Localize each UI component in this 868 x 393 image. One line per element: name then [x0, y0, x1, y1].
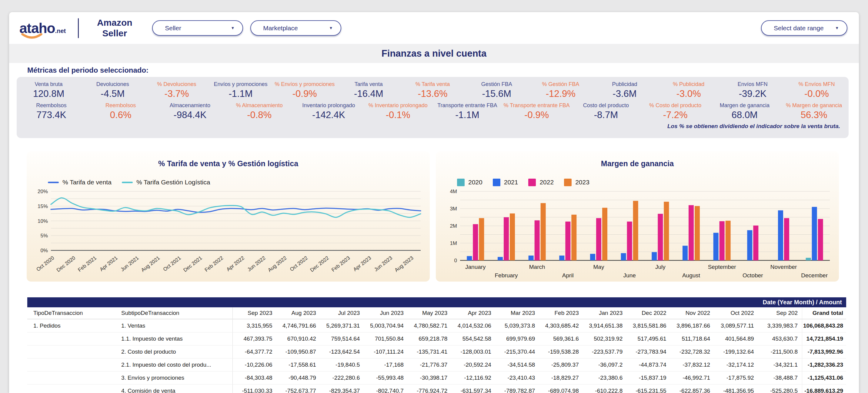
bar-2022-August[interactable] [689, 205, 694, 260]
bar-2022-June[interactable] [627, 222, 632, 260]
bar-2023-August[interactable] [695, 206, 700, 260]
metric-value: -3.7% [145, 89, 209, 99]
bar-2023-March[interactable] [541, 203, 546, 260]
cell-amount: -90,448.79 [276, 374, 320, 381]
legend-item[interactable]: 2020 [457, 178, 483, 186]
bar-2022-October[interactable] [753, 226, 758, 260]
bar-2020-December[interactable] [806, 258, 811, 260]
bar-2023-June[interactable] [633, 201, 638, 260]
line-series[interactable] [51, 198, 421, 217]
metric-value: -0.9% [273, 89, 337, 99]
svg-text:Jun 2022: Jun 2022 [246, 255, 267, 272]
legend-item[interactable]: % Tarifa Gestión Logística [122, 178, 210, 186]
bar-chart-panel: Margen de ganancia 2020202120222023 01M2… [436, 152, 839, 282]
bar-2021-July[interactable] [652, 252, 657, 260]
metric-value: -3.6M [592, 89, 656, 99]
bar-2023-January[interactable] [479, 218, 484, 260]
cell-amount: -631,597.34 [452, 388, 495, 393]
cell-grand-total: 14,721,854.19 [802, 332, 846, 345]
bar-chart-svg[interactable]: 01M2M3M4MJanuaryFebruaryMarchAprilMayJun… [440, 188, 834, 279]
cell-amount: -46,992.71 [671, 374, 714, 381]
metric-value: -0.0% [785, 89, 848, 99]
cell-amount: 554,542.58 [452, 335, 495, 342]
svg-text:Feb 2022: Feb 2022 [204, 255, 224, 273]
cell-amount: -107,111.24 [364, 349, 408, 355]
legend-item[interactable]: 2023 [564, 178, 589, 186]
metric-card: % Envíos y promociones-0.9% [273, 81, 337, 99]
bar-2021-November[interactable] [778, 210, 783, 260]
cell-amount: 3,315,955 [233, 323, 276, 329]
svg-text:Dec 2022: Dec 2022 [309, 255, 330, 273]
cell-amount: 699,979.69 [496, 335, 539, 342]
cell-amount: -610,222.8 [583, 388, 627, 393]
cell-amount: 3,914,651.38 [583, 323, 627, 329]
bar-2022-July[interactable] [658, 214, 663, 260]
seller-filter-dropdown[interactable]: Seller ▼ [152, 20, 243, 36]
svg-text:February: February [495, 272, 518, 279]
col-header-month: Nov 2022 [671, 310, 714, 317]
bar-2021-May[interactable] [590, 254, 595, 260]
date-range-dropdown[interactable]: Select date range ▼ [761, 20, 847, 36]
bar-2021-September[interactable] [713, 233, 719, 260]
metric-value: -15.6M [465, 89, 529, 99]
bar-2023-February[interactable] [510, 214, 515, 260]
bar-2022-November[interactable] [784, 218, 789, 260]
bar-2022-December[interactable] [818, 219, 823, 260]
bar-2021-October[interactable] [747, 230, 752, 260]
bar-2021-February[interactable] [498, 257, 503, 260]
bar-2021-June[interactable] [621, 253, 626, 260]
bar-2022-April[interactable] [565, 222, 570, 260]
svg-text:August: August [682, 272, 701, 279]
bar-2021-March[interactable] [529, 256, 534, 260]
metrics-row-2: Reembolsos773.4KReembolsos0.6%Almacenami… [17, 102, 848, 121]
legend-item[interactable]: % Tarifa de venta [48, 178, 112, 186]
marketplace-filter-dropdown[interactable]: Marketplace ▼ [250, 20, 341, 36]
table-row: 4. Comisión de venta-511,030.33-752,673.… [27, 384, 846, 393]
bar-2021-August[interactable] [683, 246, 688, 260]
bar-2022-February[interactable] [504, 218, 509, 261]
svg-text:March: March [529, 264, 545, 270]
cell-amount: -159,538.28 [539, 349, 583, 355]
bar-2022-January[interactable] [473, 224, 478, 260]
col-header-month: Feb 2023 [539, 310, 583, 317]
cell-amount: 401,564.89 [714, 335, 758, 342]
bar-2023-July[interactable] [664, 202, 669, 260]
legend-label: 2020 [468, 178, 483, 186]
bar-2021-January[interactable] [467, 256, 472, 260]
bar-2022-May[interactable] [596, 218, 601, 260]
svg-text:Aug 2023: Aug 2023 [394, 255, 414, 273]
legend-item[interactable]: 2021 [493, 178, 518, 186]
date-range-label: Select date range [774, 25, 824, 32]
bar-2022-September[interactable] [719, 221, 725, 260]
svg-text:0: 0 [454, 258, 457, 263]
legend-item[interactable]: 2022 [528, 178, 554, 186]
legend-label: % Tarifa Gestión Logística [136, 178, 210, 186]
bar-2021-December[interactable] [812, 207, 817, 260]
page-title: Finanzas a nivel cuenta [381, 48, 487, 59]
metric-card: Envíos y promociones-1.1M [209, 81, 273, 99]
metric-label: Almacenamiento [155, 102, 225, 109]
cell-amount: -38,488.7 [758, 374, 802, 381]
line-chart-svg[interactable]: 0%5%10%15%20%Oct 2020Dec 2020Feb 2021Apr… [31, 188, 425, 279]
svg-text:Oct 2022: Oct 2022 [289, 255, 309, 272]
finance-table-body: 1. Pedidos1. Ventas3,315,9554,746,791.66… [27, 319, 846, 393]
bar-2023-May[interactable] [602, 208, 607, 260]
bar-2023-September[interactable] [725, 221, 731, 260]
cell-amount: -123,642.54 [320, 349, 364, 355]
bar-2022-March[interactable] [535, 221, 540, 260]
legend-swatch [564, 178, 571, 186]
legend-label: 2022 [539, 178, 554, 186]
svg-text:May: May [593, 264, 604, 270]
svg-text:Dec 2021: Dec 2021 [182, 255, 203, 273]
cell-amount: -21,776.37 [408, 361, 452, 368]
svg-text:Apr 2022: Apr 2022 [225, 255, 246, 272]
metric-value: 773.4K [17, 109, 86, 121]
bar-2023-April[interactable] [571, 215, 577, 260]
cell-amount: -222,280.6 [320, 374, 364, 381]
metric-label: Reembolsos [17, 102, 86, 109]
cell-amount: 3,896,187.66 [671, 323, 714, 329]
cell-amount: -18,829.27 [539, 374, 583, 381]
svg-text:Aug 2022: Aug 2022 [267, 255, 288, 273]
bar-2021-April[interactable] [559, 256, 564, 260]
svg-text:20%: 20% [38, 189, 48, 194]
